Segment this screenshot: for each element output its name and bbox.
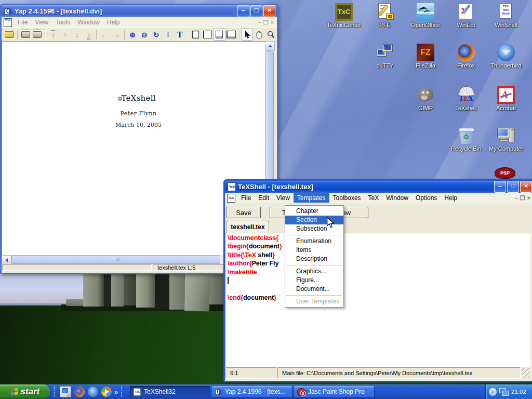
winshell-icon: TEXWinShell xyxy=(497,3,515,21)
desktop-icon-my-computer[interactable]: My Computer xyxy=(486,127,526,152)
start-button[interactable]: start xyxy=(0,384,50,399)
menu-item-figure[interactable]: Figure... xyxy=(285,276,343,285)
menu-item-description[interactable]: Description xyxy=(285,255,343,263)
menu-separator xyxy=(286,265,342,265)
quicklaunch-more-button[interactable]: » xyxy=(114,388,118,396)
mdi-minimize-icon[interactable]: – xyxy=(515,195,518,202)
desktop-icon-gimp[interactable]: GIMP xyxy=(406,86,445,111)
view-facing-pages-button[interactable] xyxy=(202,29,214,41)
zoom-in-button[interactable]: ⊕ xyxy=(127,29,139,41)
yap-close-button[interactable]: × xyxy=(263,5,275,17)
last-page-button[interactable]: ↓ xyxy=(83,29,95,41)
menu-item-chapter[interactable]: Chapter xyxy=(285,207,343,216)
firefox-quicklaunch-icon[interactable] xyxy=(74,387,85,397)
view-continuous-button[interactable] xyxy=(214,29,225,41)
source-marker-icon xyxy=(118,97,122,101)
text-mode-button[interactable]: T xyxy=(174,29,186,41)
next-page-button[interactable]: ↓ xyxy=(71,29,83,41)
menu-item-section[interactable]: Section xyxy=(285,216,343,224)
horizontal-scroll-thumb[interactable] xyxy=(11,255,220,264)
desktop-icon-putty[interactable]: puTTY xyxy=(365,44,405,69)
select-tool-button[interactable] xyxy=(242,29,254,41)
menu-edit[interactable]: Edit xyxy=(255,193,273,203)
desktop-icon-firefox[interactable]: Firefox xyxy=(446,44,486,69)
texshell-close-button[interactable]: × xyxy=(520,181,532,193)
yap-menu-help[interactable]: Help xyxy=(103,18,124,27)
vertical-scroll-thumb[interactable] xyxy=(265,51,274,180)
desktop-icon-thunderbird[interactable]: Thunderbird xyxy=(486,44,526,69)
desktop-icon-texshell[interactable]: TEX TeXshell xyxy=(446,86,486,111)
menu-item-subsection[interactable]: Subsection xyxy=(285,224,343,233)
menu-item-document[interactable]: Document... xyxy=(285,285,343,294)
desktop-icon-texniccenter[interactable]: TxC TeXnicCenter xyxy=(324,3,364,28)
menu-item-user-templates[interactable]: User Templates xyxy=(285,297,343,306)
mdi-restore-icon[interactable]: ❐ xyxy=(520,195,525,202)
quicklaunch-separator xyxy=(54,387,56,397)
menu-view[interactable]: View xyxy=(273,193,294,203)
yap-mdi-close-icon[interactable]: × xyxy=(271,19,274,26)
texshell-titlebar[interactable]: TeX TeXShell - [texshell.tex] – □ × xyxy=(225,181,532,193)
yap-titlebar[interactable]: Yap 2.4.1596 - [texshell.dvi] – □ × xyxy=(2,5,277,17)
yap-menu-view[interactable]: View xyxy=(31,18,52,27)
code-line: \maketitle xyxy=(228,268,530,276)
desktop-icon-acrobat[interactable]: A Acrobat xyxy=(486,86,526,111)
task-button-texshell[interactable]: TeX TeXShell32 xyxy=(130,386,210,397)
save-button[interactable]: Save xyxy=(227,207,261,218)
tray-collapse-chevron[interactable]: ‹ xyxy=(489,388,497,396)
desktop-icon-winshell[interactable]: TEXWinShell WinShell xyxy=(486,3,526,28)
menu-help[interactable]: Help xyxy=(441,193,461,203)
yap-menu-window[interactable]: Window xyxy=(74,18,103,27)
yap-minimize-button[interactable]: – xyxy=(237,5,249,17)
texshell-minimize-button[interactable]: – xyxy=(494,181,506,193)
previous-page-button[interactable]: ↑ xyxy=(59,29,71,41)
yap-mdi-minimize-icon[interactable]: – xyxy=(258,19,261,26)
mdi-close-icon[interactable]: × xyxy=(527,195,530,202)
menu-file[interactable]: File xyxy=(237,193,255,203)
texshell-maximize-button[interactable]: □ xyxy=(507,181,519,193)
desktop-icon-openoffice[interactable]: OpenOffice xyxy=(406,3,445,28)
yap-menu-tools[interactable]: Tools xyxy=(52,18,74,27)
forward-button[interactable]: → xyxy=(111,29,123,41)
first-page-button[interactable]: ↑ xyxy=(47,29,59,41)
yap-maximize-button[interactable]: □ xyxy=(250,5,262,17)
paint-shop-pro-icon[interactable]: PSP xyxy=(495,167,515,179)
stone-pillar xyxy=(169,271,185,310)
media-player-quicklaunch-icon[interactable] xyxy=(101,387,112,397)
menu-templates[interactable]: Templates xyxy=(294,193,329,203)
view-single-page-button[interactable] xyxy=(190,29,202,41)
text-sweep-button[interactable]: I xyxy=(162,29,174,41)
hand-tool-button[interactable] xyxy=(253,29,265,41)
menu-window[interactable]: Window xyxy=(382,193,412,203)
view-continuous-facing-button[interactable] xyxy=(225,29,237,41)
network-tray-icon[interactable] xyxy=(499,388,509,396)
yap-menu-file[interactable]: File xyxy=(14,18,31,27)
yap-mdi-restore-icon[interactable]: ❐ xyxy=(263,19,269,26)
desktop-icon-pfe[interactable]: 32 PFE xyxy=(365,3,405,28)
next-page-icon: ↓ xyxy=(75,31,79,39)
refresh-button[interactable]: ↻ xyxy=(150,29,162,41)
magnifier-tool-button[interactable] xyxy=(265,29,277,41)
print-button[interactable] xyxy=(20,29,32,41)
resize-grip[interactable] xyxy=(522,368,529,378)
desktop-icon-winedt[interactable]: Σ WinEdt xyxy=(446,3,486,28)
code-line xyxy=(228,285,530,293)
menu-options[interactable]: Options xyxy=(412,193,441,203)
desktop-icon-recycle-bin[interactable]: ♻ Recycle Bin xyxy=(446,127,486,152)
thunderbird-quicklaunch-icon[interactable] xyxy=(88,387,98,397)
scroll-up-button[interactable] xyxy=(265,41,275,51)
menu-item-enumeration[interactable]: Enumeration xyxy=(285,237,343,246)
zoom-out-button[interactable]: ⊖ xyxy=(138,29,150,41)
desktop-icon-filezilla[interactable]: FZ FileZilla xyxy=(406,44,445,69)
task-button-paintshoppro[interactable]: 8 Jasc Paint Shop Pro xyxy=(294,386,374,397)
menu-tex[interactable]: TeX xyxy=(365,193,383,203)
print-setup-button[interactable] xyxy=(31,29,43,41)
code-editor[interactable]: \documentclass{ \begin{document} \title{… xyxy=(225,233,530,367)
menu-toolboxes[interactable]: Toolboxes xyxy=(329,193,365,203)
tab-texshell-tex[interactable]: texshell.tex xyxy=(227,221,269,233)
menu-item-graphics[interactable]: Graphics... xyxy=(285,267,343,276)
back-button[interactable]: ← xyxy=(99,29,111,41)
open-button[interactable] xyxy=(4,29,16,41)
task-button-yap[interactable]: Yap 2.4.1596 - [texs... xyxy=(212,386,292,397)
show-desktop-icon[interactable] xyxy=(60,386,71,397)
menu-item-items[interactable]: Items xyxy=(285,246,343,255)
